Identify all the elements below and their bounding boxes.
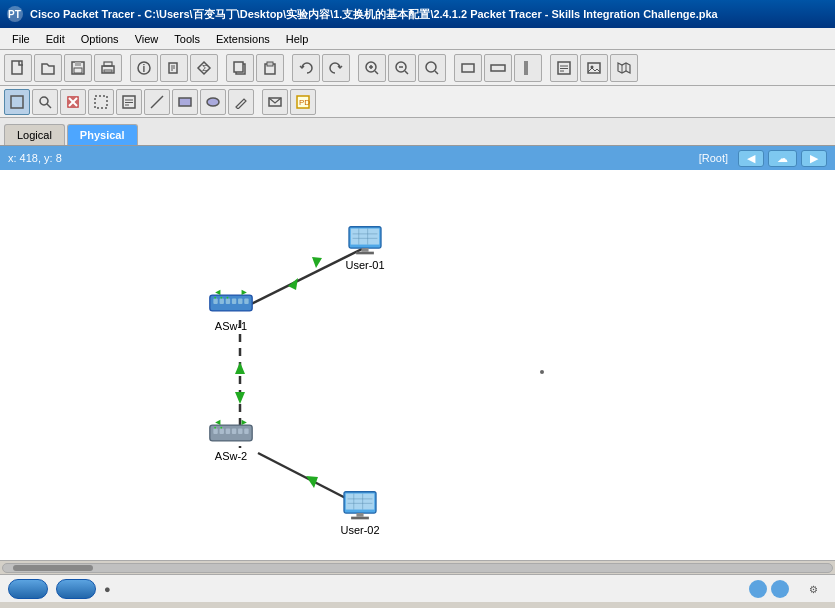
svg-point-55 bbox=[207, 98, 219, 106]
svg-rect-102 bbox=[749, 580, 767, 598]
svg-line-22 bbox=[375, 71, 378, 74]
svg-text:PDU: PDU bbox=[299, 98, 310, 107]
svg-rect-90 bbox=[238, 429, 242, 434]
menu-tools[interactable]: Tools bbox=[166, 31, 208, 47]
print-button[interactable] bbox=[94, 54, 122, 82]
rect2-button[interactable] bbox=[484, 54, 512, 82]
svg-rect-31 bbox=[491, 65, 505, 71]
svg-rect-68 bbox=[351, 229, 379, 245]
undo-button[interactable] bbox=[292, 54, 320, 82]
custom-pdu-tool[interactable]: PDU bbox=[290, 89, 316, 115]
bottom-right-icons: ⚙ bbox=[747, 578, 827, 600]
draw-rect-tool[interactable] bbox=[172, 89, 198, 115]
svg-rect-8 bbox=[104, 70, 112, 72]
svg-rect-78 bbox=[226, 299, 230, 304]
status-text: ● bbox=[104, 583, 111, 595]
network-canvas: User-01 ASw-1 bbox=[0, 170, 835, 560]
computer-icon-user02 bbox=[340, 490, 380, 522]
simulation-indicator[interactable] bbox=[56, 579, 96, 599]
nav-back-button[interactable]: ◀ bbox=[738, 150, 764, 167]
svg-rect-86 bbox=[213, 429, 217, 434]
zoom-in-button[interactable] bbox=[358, 54, 386, 82]
menu-extensions[interactable]: Extensions bbox=[208, 31, 278, 47]
menu-help[interactable]: Help bbox=[278, 31, 317, 47]
svg-marker-39 bbox=[618, 63, 630, 73]
copy-button[interactable] bbox=[226, 54, 254, 82]
note-button[interactable] bbox=[550, 54, 578, 82]
svg-rect-2 bbox=[12, 61, 22, 74]
svg-rect-42 bbox=[11, 96, 23, 108]
svg-point-83 bbox=[220, 297, 222, 299]
svg-rect-91 bbox=[244, 429, 248, 434]
pencil-tool[interactable] bbox=[228, 89, 254, 115]
horizontal-scrollbar[interactable] bbox=[0, 560, 835, 574]
tab-logical[interactable]: Logical bbox=[4, 124, 65, 145]
svg-rect-54 bbox=[179, 98, 191, 106]
menu-file[interactable]: File bbox=[4, 31, 38, 47]
node-user01-label: User-01 bbox=[345, 259, 384, 271]
node-user01[interactable]: User-01 bbox=[345, 225, 385, 271]
draw-line-tool[interactable] bbox=[144, 89, 170, 115]
save-button[interactable] bbox=[64, 54, 92, 82]
svg-rect-79 bbox=[232, 299, 236, 304]
pdu-button[interactable]: Σ bbox=[190, 54, 218, 82]
switch-icon-asw1 bbox=[208, 288, 254, 318]
title-bar: PT Cisco Packet Tracer - C:\Users\百变马丁\D… bbox=[0, 0, 835, 28]
zoom-reset-button[interactable] bbox=[418, 54, 446, 82]
magnify-tool[interactable] bbox=[32, 89, 58, 115]
svg-rect-4 bbox=[75, 62, 81, 66]
tab-physical[interactable]: Physical bbox=[67, 124, 138, 145]
svg-text:i: i bbox=[143, 63, 146, 74]
menu-options[interactable]: Options bbox=[73, 31, 127, 47]
canvas-header: x: 418, y: 8 [Root] ◀ ☁ ▶ bbox=[0, 146, 835, 170]
inspect-button[interactable] bbox=[160, 54, 188, 82]
menu-view[interactable]: View bbox=[127, 31, 167, 47]
node-asw1[interactable]: ASw-1 bbox=[208, 288, 254, 332]
node-user02-label: User-02 bbox=[340, 524, 379, 536]
nav-forward-button[interactable]: ▶ bbox=[801, 150, 827, 167]
svg-text:⚙: ⚙ bbox=[809, 584, 818, 595]
node-user02[interactable]: User-02 bbox=[340, 490, 380, 536]
rect-button[interactable] bbox=[454, 54, 482, 82]
svg-line-26 bbox=[405, 71, 408, 74]
svg-text:Σ: Σ bbox=[202, 63, 208, 73]
select-tool[interactable] bbox=[4, 89, 30, 115]
email-tool[interactable] bbox=[262, 89, 288, 115]
svg-line-29 bbox=[435, 71, 438, 74]
scrollbar-track[interactable] bbox=[2, 563, 833, 573]
svg-marker-61 bbox=[312, 257, 322, 268]
area-select-tool[interactable] bbox=[88, 89, 114, 115]
svg-rect-87 bbox=[220, 429, 224, 434]
svg-rect-81 bbox=[244, 299, 248, 304]
svg-rect-30 bbox=[462, 64, 474, 72]
open-button[interactable] bbox=[34, 54, 62, 82]
svg-marker-60 bbox=[288, 278, 298, 290]
paste-button[interactable] bbox=[256, 54, 284, 82]
svg-rect-77 bbox=[220, 299, 224, 304]
image-button[interactable] bbox=[580, 54, 608, 82]
svg-rect-103 bbox=[771, 580, 789, 598]
svg-marker-66 bbox=[306, 476, 318, 488]
map-button[interactable] bbox=[610, 54, 638, 82]
svg-marker-64 bbox=[235, 362, 245, 374]
coordinates: x: 418, y: 8 bbox=[8, 152, 62, 164]
tab-logical-label: Logical bbox=[17, 129, 52, 141]
draw-ellipse-tool[interactable] bbox=[200, 89, 226, 115]
note-tool[interactable] bbox=[116, 89, 142, 115]
cloud-button[interactable]: ☁ bbox=[768, 150, 797, 167]
new-button[interactable] bbox=[4, 54, 32, 82]
menu-bar: File Edit Options View Tools Extensions … bbox=[0, 28, 835, 50]
svg-rect-89 bbox=[232, 429, 236, 434]
svg-rect-7 bbox=[104, 62, 112, 66]
rect3-button[interactable] bbox=[514, 54, 542, 82]
node-asw2[interactable]: ASw-2 bbox=[208, 418, 254, 462]
zoom-out-button[interactable] bbox=[388, 54, 416, 82]
info-button[interactable]: i bbox=[130, 54, 158, 82]
realtime-indicator[interactable] bbox=[8, 579, 48, 599]
delete-tool[interactable] bbox=[60, 89, 86, 115]
svg-rect-76 bbox=[213, 299, 217, 304]
menu-edit[interactable]: Edit bbox=[38, 31, 73, 47]
redo-button[interactable] bbox=[322, 54, 350, 82]
svg-rect-18 bbox=[234, 62, 243, 72]
scrollbar-thumb[interactable] bbox=[13, 565, 93, 571]
